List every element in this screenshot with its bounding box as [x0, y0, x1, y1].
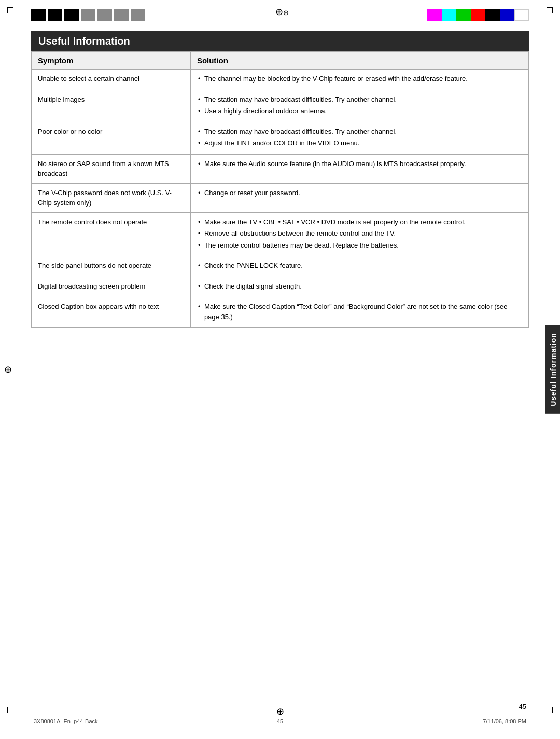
- solution-list: Make sure the Closed Caption “Text Color…: [197, 302, 522, 322]
- solution-cell: Make sure the TV • CBL • SAT • VCR • DVD…: [190, 212, 528, 256]
- margin-line-right: [538, 29, 538, 710]
- solution-cell: The channel may be blocked by the V-Chip…: [190, 70, 528, 90]
- symptom-cell: The V-Chip password does not work (U.S. …: [32, 183, 191, 212]
- symptom-cell: No stereo or SAP sound from a known MTS …: [32, 154, 191, 183]
- solution-item: Adjust the TINT and/or COLOR in the VIDE…: [197, 138, 522, 148]
- solution-item: The remote control batteries may be dead…: [197, 240, 522, 251]
- page-number: 45: [519, 703, 526, 710]
- symptom-cell: The side panel buttons do not operate: [32, 256, 191, 277]
- reg-square-1: [31, 9, 46, 21]
- solution-list: Check the PANEL LOCK feature.: [197, 261, 522, 271]
- table-row: Multiple imagesThe station may have broa…: [32, 90, 529, 122]
- solution-list: Change or reset your password.: [197, 188, 522, 198]
- color-blue: [500, 9, 514, 21]
- table-row: The V-Chip password does not work (U.S. …: [32, 183, 529, 212]
- crosshair-top: ⊕: [275, 6, 285, 16]
- corner-mark-tl: [7, 7, 13, 13]
- reg-square-2: [48, 9, 62, 21]
- symptom-column-header: Symptom: [32, 52, 191, 70]
- solution-item: Use a highly directional outdoor antenna…: [197, 106, 522, 116]
- table-row: Digital broadcasting screen problemCheck…: [32, 277, 529, 297]
- color-black: [485, 9, 500, 21]
- symptom-cell: Closed Caption box appears with no text: [32, 297, 191, 328]
- reg-square-3: [64, 9, 79, 21]
- solution-column-header: Solution: [190, 52, 528, 70]
- reg-square-4: [81, 9, 95, 21]
- solution-cell: Change or reset your password.: [190, 183, 528, 212]
- solution-cell: Check the PANEL LOCK feature.: [190, 256, 528, 277]
- solution-item: Check the PANEL LOCK feature.: [197, 261, 522, 271]
- footer-center: 45: [277, 718, 283, 724]
- page-title: Useful Information: [38, 35, 522, 47]
- color-red: [471, 9, 485, 21]
- footer-left: 3X80801A_En_p44-Back: [34, 718, 98, 724]
- footer-right: 7/11/06, 8:08 PM: [483, 718, 526, 724]
- top-registration-squares: [31, 9, 145, 21]
- table-row: Poor color or no colorThe station may ha…: [32, 122, 529, 154]
- page-header: Useful Information: [31, 31, 529, 51]
- solution-cell: The station may have broadcast difficult…: [190, 90, 528, 122]
- main-content: Useful Information Symptom Solution Unab…: [31, 31, 529, 708]
- solution-item: The channel may be blocked by the V-Chip…: [197, 74, 522, 84]
- solution-list: Check the digital signal strength.: [197, 281, 522, 292]
- table-row: The remote control does not operateMake …: [32, 212, 529, 256]
- reg-square-7: [131, 9, 145, 21]
- color-white: [514, 9, 529, 21]
- solution-list: The station may have broadcast difficult…: [197, 127, 522, 148]
- table-row: Closed Caption box appears with no textM…: [32, 297, 529, 328]
- symptom-cell: The remote control does not operate: [32, 212, 191, 256]
- symptom-cell: Multiple images: [32, 90, 191, 122]
- table-row: The side panel buttons do not operateChe…: [32, 256, 529, 277]
- table-header-row: Symptom Solution: [32, 52, 529, 70]
- corner-mark-tr: [547, 7, 553, 13]
- solution-cell: The station may have broadcast difficult…: [190, 122, 528, 154]
- table-row: No stereo or SAP sound from a known MTS …: [32, 154, 529, 183]
- solution-list: Make sure the TV • CBL • SAT • VCR • DVD…: [197, 217, 522, 251]
- corner-mark-bl: [7, 707, 13, 713]
- symptom-cell: Unable to select a certain channel: [32, 70, 191, 90]
- solution-item: Make sure the Audio source feature (in t…: [197, 159, 522, 169]
- info-table: Symptom Solution Unable to select a cert…: [31, 51, 529, 328]
- solution-item: Make sure the Closed Caption “Text Color…: [197, 302, 522, 322]
- color-green: [456, 9, 471, 21]
- solution-list: Make sure the Audio source feature (in t…: [197, 159, 522, 169]
- symptom-cell: Poor color or no color: [32, 122, 191, 154]
- solution-list: The channel may be blocked by the V-Chip…: [197, 74, 522, 84]
- margin-line-left: [22, 29, 22, 710]
- solution-item: Make sure the TV • CBL • SAT • VCR • DVD…: [197, 217, 522, 227]
- top-color-bar: [427, 9, 529, 21]
- reg-square-5: [97, 9, 112, 21]
- solution-item: The station may have broadcast difficult…: [197, 127, 522, 137]
- solution-item: Check the digital signal strength.: [197, 281, 522, 292]
- symptom-cell: Digital broadcasting screen problem: [32, 277, 191, 297]
- solution-cell: Make sure the Closed Caption “Text Color…: [190, 297, 528, 328]
- crosshair-left: ⊕: [4, 364, 12, 375]
- solution-cell: Check the digital signal strength.: [190, 277, 528, 297]
- reg-square-6: [114, 9, 129, 21]
- solution-cell: Make sure the Audio source feature (in t…: [190, 154, 528, 183]
- side-tab: Useful Information: [545, 325, 560, 414]
- solution-list: The station may have broadcast difficult…: [197, 94, 522, 116]
- color-magenta: [427, 9, 442, 21]
- solution-item: Change or reset your password.: [197, 188, 522, 198]
- table-row: Unable to select a certain channelThe ch…: [32, 70, 529, 90]
- color-cyan: [442, 9, 456, 21]
- solution-item: Remove all obstructions between the remo…: [197, 228, 522, 239]
- solution-item: The station may have broadcast difficult…: [197, 94, 522, 105]
- corner-mark-br: [547, 707, 553, 713]
